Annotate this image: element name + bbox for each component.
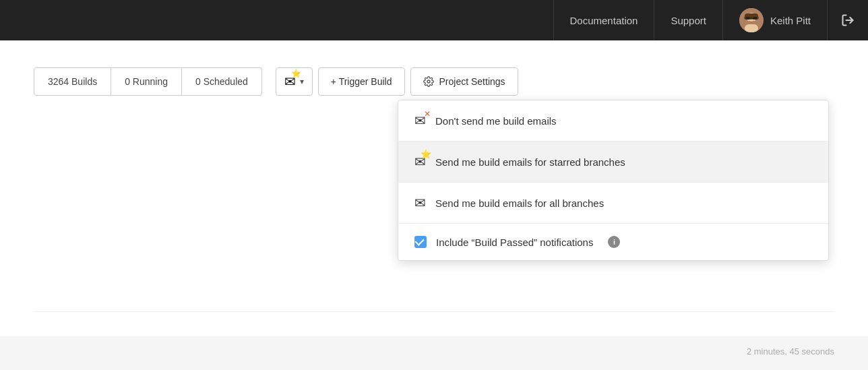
scheduled-count-button[interactable]: 0 Scheduled (182, 67, 262, 96)
logout-icon (841, 13, 855, 27)
build-passed-checkbox[interactable] (414, 236, 427, 248)
envelope-star-icon: ✉⭐ (414, 154, 426, 170)
avatar (739, 8, 764, 32)
dropdown-item-build-passed[interactable]: Include “Build Passed” notifications i (398, 224, 828, 260)
support-label: Support (671, 15, 706, 26)
project-settings-label: Project Settings (439, 76, 505, 87)
info-icon: i (608, 236, 620, 248)
running-count-button[interactable]: 0 Running (111, 67, 182, 96)
email-star-combo-icon: ✉ ⭐ (284, 73, 296, 90)
main-content: 3264 Builds 0 Running 0 Scheduled ✉ ⭐ ▾ … (0, 40, 868, 336)
navbar: Documentation Support (0, 0, 868, 40)
svg-rect-2 (745, 24, 758, 32)
email-dropdown-button[interactable]: ✉ ⭐ ▾ (276, 67, 313, 96)
dropdown-item-all-branches[interactable]: ✉ Send me build emails for all branches (398, 183, 828, 224)
navbar-items: Documentation Support (553, 0, 868, 40)
documentation-label: Documentation (570, 15, 638, 26)
avatar-image (739, 8, 764, 32)
svg-rect-8 (753, 17, 757, 20)
logout-button[interactable] (827, 0, 868, 40)
navbar-user[interactable]: Keith Pitt (722, 0, 827, 40)
project-settings-button[interactable]: Project Settings (410, 67, 518, 96)
envelope-x-icon: ✉✕ (414, 113, 426, 129)
bottom-hint: 2 minutes, 45 seconds (747, 346, 834, 357)
gear-icon (423, 76, 434, 87)
svg-point-11 (427, 80, 430, 83)
svg-rect-7 (745, 17, 750, 20)
user-name-label: Keith Pitt (770, 15, 811, 26)
email-dropdown-menu: ✉✕ Don't send me build emails ✉⭐ Send me… (398, 100, 829, 261)
checkbox-icon (414, 236, 427, 248)
toolbar: 3264 Builds 0 Running 0 Scheduled ✉ ⭐ ▾ … (34, 67, 834, 96)
dropdown-chevron-icon: ▾ (300, 77, 304, 86)
dropdown-item-starred[interactable]: ✉⭐ Send me build emails for starred bran… (398, 142, 828, 183)
dropdown-item-no-email[interactable]: ✉✕ Don't send me build emails (398, 100, 828, 142)
table-area (34, 311, 834, 323)
navbar-documentation[interactable]: Documentation (553, 0, 654, 40)
navbar-support[interactable]: Support (654, 0, 722, 40)
envelope-plain-icon: ✉ (414, 195, 426, 211)
builds-count-button[interactable]: 3264 Builds (34, 67, 111, 96)
trigger-build-button[interactable]: + Trigger Build (318, 67, 405, 96)
